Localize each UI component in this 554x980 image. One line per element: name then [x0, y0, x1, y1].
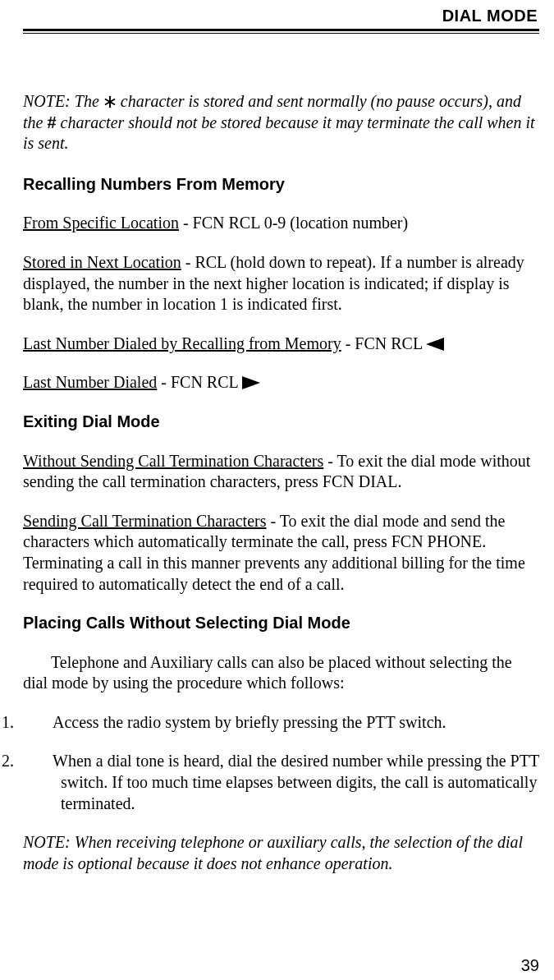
ordered-steps: 1.Access the radio system by briefly pre… — [23, 712, 539, 814]
header-rule-thick — [23, 29, 539, 31]
heading-recalling: Recalling Numbers From Memory — [23, 174, 539, 196]
label-specific-location: From Specific Location — [23, 214, 179, 232]
entry-last-memory: Last Number Dialed by Recalling from Mem… — [23, 334, 539, 355]
label-sending-termination: Sending Call Termination Characters — [23, 512, 267, 530]
heading-exiting: Exiting Dial Mode — [23, 412, 539, 433]
label-next-location: Stored in Next Location — [23, 253, 181, 271]
heading-placing: Placing Calls Without Selecting Dial Mod… — [23, 613, 539, 634]
hash-char: # — [47, 113, 56, 131]
entry-sending-termination: Sending Call Termination Characters - To… — [23, 511, 539, 595]
step-number: 2. — [31, 751, 53, 772]
step-number: 1. — [31, 712, 53, 734]
text-specific-location: - FCN RCL 0-9 (location number) — [179, 214, 408, 232]
entry-last-dialed: Last Number Dialed - FCN RCL — [23, 372, 539, 393]
asterisk-icon — [103, 95, 117, 108]
intro-placing: Telephone and Auxiliary calls can also b… — [23, 652, 539, 694]
note-top-lead: NOTE: The — [23, 92, 103, 110]
entry-next-location: Stored in Next Location - RCL (hold down… — [23, 252, 539, 315]
step-text: When a dial tone is heard, dial the desi… — [53, 752, 539, 812]
list-item: 2.When a dial tone is heard, dial the de… — [31, 751, 539, 814]
label-without-termination: Without Sending Call Termination Charact… — [23, 452, 323, 470]
note-bottom: NOTE: When receiving telephone or auxili… — [23, 832, 539, 874]
triangle-left-icon — [426, 338, 444, 351]
svg-marker-3 — [426, 338, 444, 351]
note-top: NOTE: The character is stored and sent n… — [23, 91, 539, 154]
running-header: DIAL MODE — [23, 7, 539, 25]
label-last-memory: Last Number Dialed by Recalling from Mem… — [23, 334, 341, 352]
label-last-dialed: Last Number Dialed — [23, 373, 157, 391]
list-item: 1.Access the radio system by briefly pre… — [31, 712, 539, 734]
step-text: Access the radio system by briefly press… — [53, 713, 446, 731]
entry-without-termination: Without Sending Call Termination Charact… — [23, 451, 539, 493]
triangle-right-icon — [242, 376, 260, 389]
text-last-dialed: - FCN RCL — [157, 373, 242, 391]
entry-specific-location: From Specific Location - FCN RCL 0-9 (lo… — [23, 213, 539, 234]
note-top-after-hash: character should not be stored because i… — [23, 113, 535, 153]
header-rule-thin — [23, 33, 539, 34]
text-last-memory: - FCN RCL — [341, 334, 427, 352]
svg-marker-4 — [242, 376, 260, 389]
page-number: 39 — [521, 956, 539, 975]
